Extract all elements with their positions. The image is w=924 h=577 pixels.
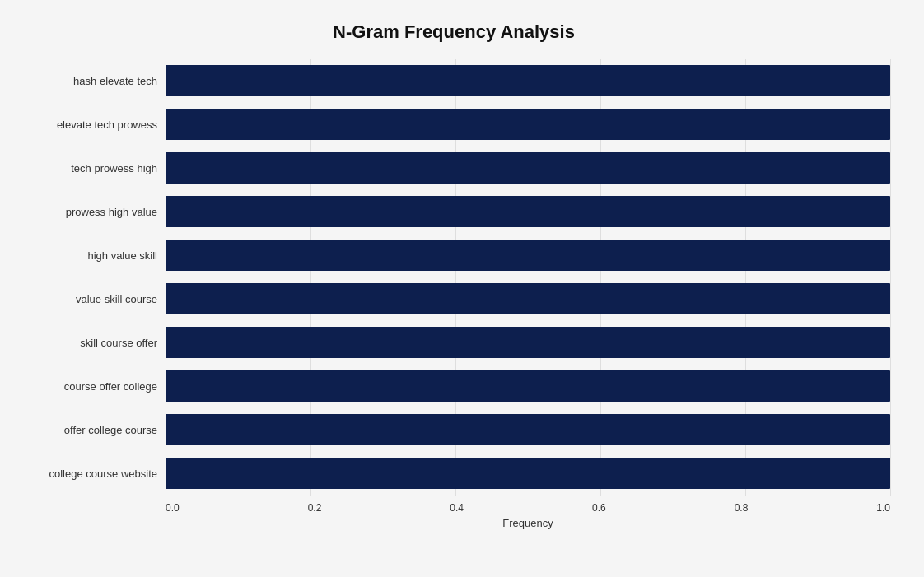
y-label: value skill course xyxy=(76,294,157,305)
bars-wrapper xyxy=(166,59,890,496)
x-tick: 0.6 xyxy=(592,502,606,514)
bar xyxy=(166,65,890,96)
x-tick: 0.0 xyxy=(166,502,180,514)
bar-row xyxy=(166,64,890,97)
bar-row xyxy=(166,282,890,315)
bar-row xyxy=(166,195,890,228)
y-label: offer college course xyxy=(64,425,157,435)
bar xyxy=(166,196,890,227)
bar xyxy=(166,458,890,489)
y-label: college course website xyxy=(49,468,157,479)
bar-row xyxy=(166,326,890,359)
y-label: hash elevate tech xyxy=(73,76,157,86)
bottom-section: 0.00.20.40.60.81.0 Frequency xyxy=(17,496,890,529)
bar xyxy=(166,327,890,358)
y-label: course offer college xyxy=(64,381,157,392)
bar-row xyxy=(166,413,890,446)
bars-section xyxy=(166,59,890,496)
y-label: tech prowess high xyxy=(71,163,157,174)
x-tick: 0.8 xyxy=(735,502,749,514)
bar xyxy=(166,109,890,140)
y-labels: hash elevate techelevate tech prowesstec… xyxy=(17,59,166,496)
y-label: high value skill xyxy=(87,250,157,261)
chart-area: hash elevate techelevate tech prowesstec… xyxy=(17,59,890,496)
bar-row xyxy=(166,457,890,490)
bar-row xyxy=(166,239,890,272)
chart-title: N-Gram Frequency Analysis xyxy=(17,21,890,43)
y-label: elevate tech prowess xyxy=(57,119,157,130)
bar xyxy=(166,283,890,314)
bar xyxy=(166,152,890,184)
bar-row xyxy=(166,151,890,184)
grid-line xyxy=(890,59,891,496)
x-axis: 0.00.20.40.60.81.0 xyxy=(166,496,890,514)
y-label: prowess high value xyxy=(66,207,157,217)
x-tick: 0.2 xyxy=(308,502,322,514)
bar xyxy=(166,240,890,271)
chart-container: N-Gram Frequency Analysis hash elevate t… xyxy=(9,5,915,573)
bar xyxy=(166,414,890,445)
bar-row xyxy=(166,108,890,141)
x-tick: 1.0 xyxy=(876,502,890,514)
x-axis-label: Frequency xyxy=(166,517,890,529)
y-label: skill course offer xyxy=(80,337,157,348)
x-tick: 0.4 xyxy=(450,502,464,514)
bar-row xyxy=(166,370,890,403)
bar xyxy=(166,370,890,402)
